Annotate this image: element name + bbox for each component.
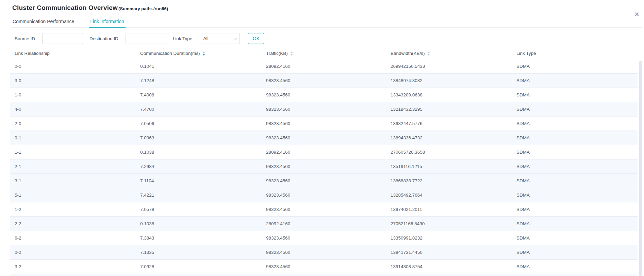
cell-bandwidth: 13519116.1215: [386, 159, 512, 173]
column-header-traffic[interactable]: Traffic(KB): [262, 48, 386, 59]
cell-link-type: SDMA: [512, 231, 638, 245]
cell-bandwidth: 13841731.4450: [386, 245, 512, 259]
cell-bandwidth: 13848974.3082: [386, 74, 512, 88]
column-header-bandwidth[interactable]: Bandwidth(KB/s): [386, 48, 512, 59]
tab-link-information[interactable]: Link Information: [89, 18, 126, 28]
cell-link-relationship: 1-0: [10, 88, 136, 102]
cell-traffic: 98323.4560: [262, 188, 386, 202]
cell-communication-duration: 7.0963: [136, 131, 262, 145]
cell-link-type: SDMA: [512, 217, 638, 231]
cell-link-type: SDMA: [512, 102, 638, 116]
cell-traffic: 28092.4160: [262, 145, 386, 159]
cell-bandwidth: 13914308.8754: [386, 260, 512, 274]
cell-link-relationship: 0-2: [10, 245, 136, 259]
caret-down-icon: [202, 54, 205, 56]
table-row: 2-1 7.2984 98323.4560 13519116.1215 SDMA: [10, 159, 638, 174]
table-row: 4-0 7.4700 98323.4560 13218432.3295 SDMA: [10, 102, 638, 117]
cell-link-relationship: 3-0: [10, 74, 136, 88]
cell-link-relationship: 3-1: [10, 174, 136, 188]
cell-communication-duration: 7.0578: [136, 202, 262, 216]
cell-bandwidth: 13350991.8232: [386, 231, 512, 245]
cell-traffic: 98323.4560: [262, 88, 386, 102]
cell-communication-duration: 0.1038: [136, 217, 262, 231]
cell-link-type: SDMA: [512, 202, 638, 216]
ok-button[interactable]: OK: [248, 33, 264, 44]
table-row: 5-1 7.4221 98323.4560 13285492.7664 SDMA: [10, 188, 638, 202]
cell-link-type: SDMA: [512, 260, 638, 274]
sort-icon-bandwidth[interactable]: [427, 51, 430, 56]
cell-traffic: 98323.4560: [262, 260, 386, 274]
cell-communication-duration: 0.1041: [136, 59, 262, 73]
cell-traffic: 98323.4560: [262, 231, 386, 245]
table-row: 1-2 7.0578 98323.4560 13974021.2011 SDMA: [10, 202, 638, 217]
cell-link-relationship: 1-2: [10, 202, 136, 216]
cell-communication-duration: 7.1104: [136, 174, 262, 188]
table-row: 1-1 0.1038 28092.4160 270605726.3658 SDM…: [10, 145, 638, 159]
table-body: 0-0 0.1041 28092.4160 269942150.5433 SDM…: [10, 59, 638, 274]
table-header-row: Link Relationship Communication Duration…: [10, 48, 638, 59]
dialog-header: Cluster Communication Overview (Summary …: [12, 4, 168, 12]
cell-bandwidth: 13982447.5776: [386, 117, 512, 131]
caret-down-icon: [290, 54, 293, 56]
cell-link-type: SDMA: [512, 245, 638, 259]
cell-traffic: 28092.4160: [262, 59, 386, 73]
cell-communication-duration: 7.4008: [136, 88, 262, 102]
source-id-input[interactable]: [42, 33, 83, 44]
table-row: 1-0 7.4008 98323.4560 13343209.0638 SDMA: [10, 88, 638, 102]
cell-communication-duration: 7.3843: [136, 231, 262, 245]
cell-traffic: 98323.4560: [262, 131, 386, 145]
cell-traffic: 98323.4560: [262, 102, 386, 116]
page-title: Cluster Communication Overview: [12, 4, 118, 12]
source-id-label: Source ID: [15, 36, 35, 41]
cell-bandwidth: 13974021.2011: [386, 202, 512, 216]
cell-link-type: SDMA: [512, 59, 638, 73]
chevron-down-icon: [233, 36, 237, 40]
tab-bar: Communication Performance Link Informati…: [11, 18, 642, 28]
cell-link-type: SDMA: [512, 117, 638, 131]
table-row: 3-0 7.1248 98323.4560 13848974.3082 SDMA: [10, 74, 638, 88]
cell-link-relationship: 4-0: [10, 102, 136, 116]
vertical-scrollbar-thumb[interactable]: [639, 61, 642, 276]
cell-bandwidth: 13285492.7664: [386, 188, 512, 202]
column-header-link-type: Link Type: [512, 48, 638, 59]
cell-communication-duration: 0.1038: [136, 145, 262, 159]
cell-traffic: 98323.4560: [262, 159, 386, 173]
cell-communication-duration: 7.2984: [136, 159, 262, 173]
table-row: 6-2 7.3843 98323.4560 13350991.8232 SDMA: [10, 231, 638, 245]
cell-bandwidth: 13894336.4732: [386, 131, 512, 145]
column-header-communication-duration[interactable]: Communication Duration(ms): [136, 48, 262, 59]
cell-link-type: SDMA: [512, 131, 638, 145]
destination-id-label: Destination ID: [89, 36, 118, 41]
link-type-select[interactable]: All: [199, 33, 240, 44]
cell-traffic: 98323.4560: [262, 174, 386, 188]
link-type-selected-value: All: [203, 36, 208, 41]
table-row: 2-0 7.0506 98323.4560 13982447.5776 SDMA: [10, 117, 638, 131]
cell-bandwidth: 13868838.7722: [386, 174, 512, 188]
cell-communication-duration: 7.4221: [136, 188, 262, 202]
caret-up-icon: [202, 51, 205, 53]
sort-icon-communication-duration[interactable]: [202, 51, 205, 56]
cell-link-type: SDMA: [512, 174, 638, 188]
cell-communication-duration: 7.0506: [136, 117, 262, 131]
cell-link-type: SDMA: [512, 88, 638, 102]
cell-traffic: 98323.4560: [262, 74, 386, 88]
column-header-link-relationship: Link Relationship: [10, 48, 136, 59]
cell-link-relationship: 2-2: [10, 217, 136, 231]
cell-traffic: 98323.4560: [262, 202, 386, 216]
cell-bandwidth: 13218432.3295: [386, 102, 512, 116]
cell-link-type: SDMA: [512, 145, 638, 159]
sort-icon-traffic[interactable]: [290, 51, 293, 56]
table-row: 0-1 7.0963 98323.4560 13894336.4732 SDMA: [10, 131, 638, 145]
cell-communication-duration: 7.4700: [136, 102, 262, 116]
cell-traffic: 98323.4560: [262, 117, 386, 131]
destination-id-input[interactable]: [126, 33, 166, 44]
tab-communication-performance[interactable]: Communication Performance: [11, 18, 76, 28]
cell-link-relationship: 6-2: [10, 231, 136, 245]
table-row: 0-0 0.1041 28092.4160 269942150.5433 SDM…: [10, 59, 638, 74]
table-row: 3-2 7.0928 98323.4560 13914308.8754 SDMA: [10, 260, 638, 274]
cell-link-relationship: 0-1: [10, 131, 136, 145]
cell-traffic: 28092.4160: [262, 217, 386, 231]
cell-link-type: SDMA: [512, 159, 638, 173]
table-row: 3-1 7.1104 98323.4560 13868838.7722 SDMA: [10, 174, 638, 188]
partial-next-row: [10, 274, 638, 276]
